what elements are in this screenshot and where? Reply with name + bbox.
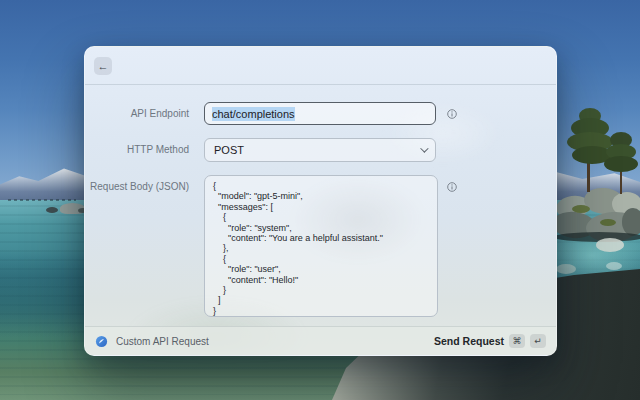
return-key-icon: ↵ xyxy=(530,334,546,348)
wallpaper-granite-boulder xyxy=(622,208,640,236)
request-body-label: Request Body (JSON) xyxy=(85,175,189,317)
wallpaper-rock-small xyxy=(46,207,58,213)
extension-title: Custom API Request xyxy=(116,336,209,347)
custom-api-request-dialog: ← API Endpoint chat/completions HTTP Met… xyxy=(84,46,557,356)
form-row-request-body: Request Body (JSON) { "model": "gpt-5-mi… xyxy=(85,175,556,317)
back-arrow-icon: ← xyxy=(98,60,109,72)
form-row-http-method: HTTP Method POST xyxy=(85,138,556,162)
dialog-header: ← xyxy=(85,47,556,85)
back-button[interactable]: ← xyxy=(94,57,112,75)
api-endpoint-label: API Endpoint xyxy=(85,102,189,125)
http-method-select[interactable]: POST xyxy=(204,138,436,162)
extension-icon xyxy=(95,335,108,348)
wallpaper-submerged-rock xyxy=(596,238,624,252)
wallpaper-shore-bush xyxy=(572,205,590,213)
request-form: API Endpoint chat/completions HTTP Metho… xyxy=(85,85,556,317)
wallpaper-submerged-rock xyxy=(606,262,622,270)
send-request-label: Send Request xyxy=(434,335,504,347)
api-endpoint-input[interactable]: chat/completions xyxy=(204,102,436,125)
http-method-value: POST xyxy=(214,144,244,156)
request-body-textarea[interactable]: { "model": "gpt-5-mini", "messages": [ {… xyxy=(204,175,438,317)
command-key-icon: ⌘ xyxy=(509,334,525,348)
chevron-down-icon xyxy=(420,144,428,152)
api-endpoint-value: chat/completions xyxy=(212,107,295,121)
info-icon[interactable] xyxy=(447,109,457,119)
info-icon[interactable] xyxy=(447,182,457,192)
dialog-footer: Custom API Request Send Request ⌘ ↵ xyxy=(85,326,556,355)
wallpaper-shore-bush xyxy=(600,219,616,226)
pine-tree-canopy xyxy=(604,156,638,172)
form-row-api-endpoint: API Endpoint chat/completions xyxy=(85,102,556,125)
wallpaper-submerged-rock xyxy=(556,264,576,274)
http-method-label: HTTP Method xyxy=(85,138,189,162)
send-request-button[interactable]: Send Request ⌘ ↵ xyxy=(434,334,546,348)
wallpaper-distant-pier xyxy=(8,199,76,201)
